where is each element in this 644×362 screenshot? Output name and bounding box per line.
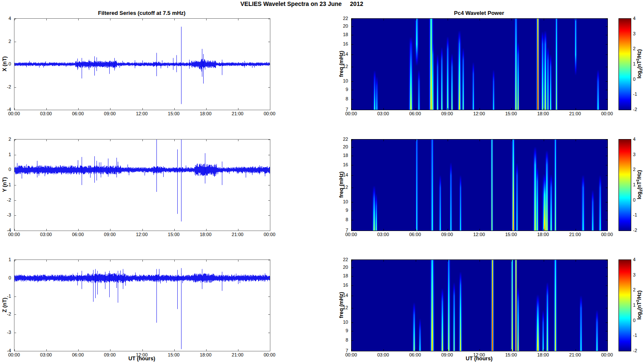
x-tick-label: 15:00 — [168, 232, 180, 237]
x-tick-label: 06:00 — [72, 352, 84, 357]
y-tick-label: -2 — [7, 84, 11, 89]
y-tick-label: 4 — [9, 16, 11, 21]
freq-tick-label: 18 — [343, 32, 348, 37]
freq-tick-label: 10 — [343, 199, 348, 204]
freq-tick-label: 16 — [343, 162, 348, 167]
colorbar-label-1: log2(nT2/Hz) — [635, 49, 643, 79]
spectrogram-panel-x — [351, 18, 608, 110]
y-tick-label: 0 — [9, 275, 11, 280]
freq-tick-label: 22 — [343, 257, 348, 262]
colorbar-tick-label: -1 — [633, 91, 637, 97]
y-tick-label: -3 — [7, 330, 11, 335]
timeseries-panel-x — [14, 18, 270, 110]
freq-tick-label: 8 — [346, 217, 348, 222]
colorbar-tick-label: 4 — [633, 16, 635, 21]
freq-tick-label: 14 — [343, 293, 348, 298]
x-tick-label: 00:00 — [264, 232, 275, 237]
freq-tick-label: 14 — [343, 51, 348, 57]
x-tick-label: 00:00 — [264, 352, 275, 357]
x-tick-label: 09:00 — [104, 111, 116, 116]
colorbar-tick-label: 2 — [633, 167, 635, 172]
x-tick-label: 12:00 — [136, 111, 148, 116]
y-tick-label: -4 — [7, 348, 11, 353]
colorbar-z-canvas — [619, 260, 631, 351]
freq-tick-label: 7 — [346, 348, 348, 353]
x-tick-label: 21:00 — [232, 352, 244, 357]
colorbar-z — [618, 259, 631, 351]
x-tick-label: 09:00 — [441, 232, 453, 237]
timeseries-panel-z — [14, 259, 270, 351]
x-tick-label: 03:00 — [40, 352, 52, 357]
spectrogram-x-canvas — [352, 19, 607, 110]
x-tick-label: 15:00 — [505, 232, 517, 237]
colorbar-tick-label: -2 — [633, 107, 637, 112]
freq-tick-label: 10 — [343, 319, 348, 325]
x-tick-label: 18:00 — [537, 232, 549, 237]
x-tick-label: 21:00 — [232, 111, 244, 116]
freq-tick-label: 16 — [343, 282, 348, 288]
x-tick-label: 21:00 — [232, 232, 244, 237]
x-tick-label: 03:00 — [377, 352, 389, 357]
freq-tick-label: 9 — [346, 328, 348, 333]
x-tick-label: 09:00 — [104, 352, 116, 357]
freq-tick-label: 7 — [346, 228, 348, 233]
x-tick-label: 21:00 — [569, 232, 581, 237]
freq-tick-label: 10 — [343, 78, 348, 83]
colorbar-tick-label: 3 — [633, 31, 635, 36]
spectrogram-panel-y — [351, 139, 608, 231]
x-tick-label: 12:00 — [473, 111, 485, 116]
y-axis-label-z: Z (nT) — [2, 298, 8, 313]
x-tick-label: 06:00 — [72, 111, 84, 116]
colorbar-tick-label: 4 — [633, 137, 635, 142]
freq-tick-label: 9 — [346, 87, 348, 92]
colorbar-y — [618, 139, 631, 231]
colorbar-y-canvas — [619, 140, 631, 231]
x-tick-label: 15:00 — [168, 352, 180, 357]
spectrogram-panel-z — [351, 259, 608, 351]
colorbar-label-2: log2(nT2/Hz) — [635, 170, 643, 200]
freq-tick-label: 22 — [343, 137, 348, 142]
x-tick-label: 03:00 — [377, 111, 389, 116]
y-tick-label: -4 — [7, 107, 11, 112]
colorbar-tick-label: 1 — [633, 182, 635, 187]
figure-title: VELIES Wavelet Spectra on 23 June 2012 — [0, 0, 604, 7]
colorbar-tick-label: 3 — [633, 152, 635, 157]
freq-tick-label: 8 — [346, 337, 348, 342]
x-tick-label: 18:00 — [537, 352, 549, 357]
timeseries-panel-y — [14, 139, 270, 231]
colorbar-tick-label: 0 — [633, 77, 635, 82]
y-axis-label-x: X (nT) — [2, 56, 8, 71]
colorbar-tick-label: 3 — [633, 272, 635, 277]
freq-tick-label: 18 — [343, 273, 348, 278]
x-tick-label: 00:00 — [601, 352, 613, 357]
y-tick-label: -1 — [7, 294, 11, 299]
x-tick-label: 15:00 — [505, 352, 517, 357]
x-tick-label: 21:00 — [569, 352, 581, 357]
x-tick-label: 06:00 — [72, 232, 84, 237]
colorbar-tick-label: 2 — [633, 46, 635, 51]
colorbar-x — [618, 18, 631, 110]
freq-tick-label: 12 — [343, 64, 348, 69]
colorbar-tick-label: -1 — [633, 212, 637, 217]
colorbar-label-3: log2(nT2/Hz) — [635, 291, 643, 320]
timeseries-z-canvas — [14, 260, 270, 351]
freq-tick-label: 9 — [346, 208, 348, 213]
x-tick-label: 18:00 — [200, 111, 212, 116]
y-tick-label: -2 — [7, 311, 11, 316]
wavelet-spectra-figure: VELIES Wavelet Spectra on 23 June 2012 F… — [0, 0, 644, 362]
freq-tick-label: 20 — [343, 265, 348, 270]
colorbar-tick-label: -1 — [633, 333, 637, 338]
left-column-title: Filtered Series (cutoff at 7.5 mHz) — [14, 10, 270, 16]
freq-tick-label: 16 — [343, 41, 348, 46]
freq-tick-label: 22 — [343, 16, 348, 21]
x-tick-label: 09:00 — [441, 352, 453, 357]
x-tick-label: 06:00 — [409, 111, 421, 116]
x-tick-label: 00:00 — [601, 111, 613, 116]
freq-tick-label: 12 — [343, 305, 348, 310]
freq-tick-label: 14 — [343, 172, 348, 177]
y-tick-label: 1 — [9, 152, 11, 157]
timeseries-x-canvas — [14, 19, 270, 110]
right-column-title: Pc4 Wavelet Power — [351, 10, 607, 16]
x-tick-label: 12:00 — [136, 352, 148, 357]
x-tick-label: 15:00 — [505, 111, 517, 116]
